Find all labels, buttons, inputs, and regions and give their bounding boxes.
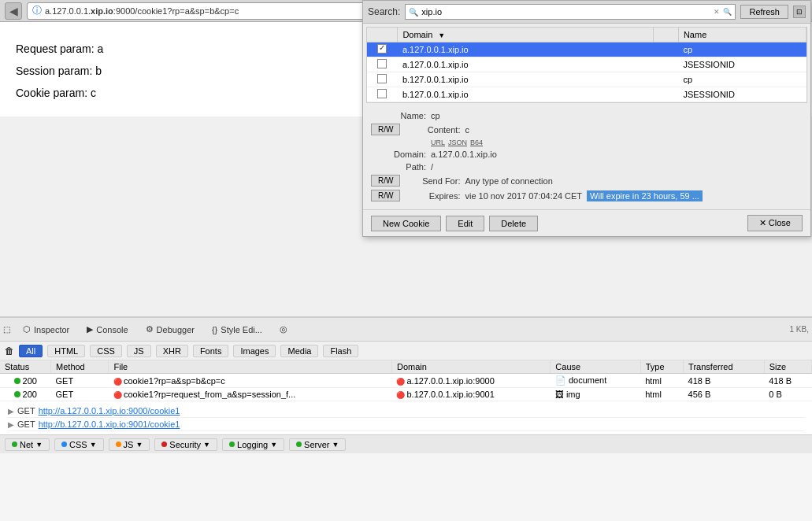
bottom-bar: Net ▼ CSS ▼ JS ▼ Security ▼ Logging ▼ Se… <box>0 434 812 453</box>
delete-button[interactable]: Delete <box>489 216 538 231</box>
table-row[interactable]: 200 GET 🔴cookie1?rp=request_from_a&sp=se… <box>0 388 812 401</box>
cause-icon: 📄 <box>555 375 566 385</box>
table-row[interactable]: a.127.0.0.1.xip.io JSESSIONID <box>367 57 806 72</box>
search-clear-icon[interactable]: ✕ <box>714 8 720 16</box>
col-size: Size <box>764 360 811 374</box>
filter-xhr-button[interactable]: XHR <box>156 345 188 357</box>
search-icon: 🔍 <box>409 8 418 17</box>
send-for-value: Any type of connection <box>465 176 552 186</box>
performance-button[interactable]: ◎ <box>272 319 295 341</box>
table-row[interactable]: a.127.0.0.1.xip.io cp <box>367 42 806 57</box>
url-label[interactable]: URL <box>431 139 445 146</box>
search-input[interactable] <box>421 7 710 17</box>
method-cell: GET <box>51 388 109 401</box>
inspector-icon: ⬡ <box>23 324 31 334</box>
col-header-expand <box>653 28 678 42</box>
css-filter-button[interactable]: CSS ▼ <box>54 438 104 451</box>
console-link-2[interactable]: http://b.127.0.0.1.xip.io:9001/cookie1 <box>39 419 180 429</box>
transferred-cell: 418 B <box>684 374 765 388</box>
status-dot-green <box>14 378 20 384</box>
filter-js-button[interactable]: JS <box>127 345 151 357</box>
checkbox-unchecked[interactable] <box>377 74 387 83</box>
devtools-toolbar: ⬚ ⬡ Inspector ▶ Console ⚙ Debugger {} St… <box>0 318 812 342</box>
file-icon-red: 🔴 <box>113 378 122 386</box>
performance-icon: ◎ <box>280 324 287 334</box>
filter-css-button[interactable]: CSS <box>90 345 122 357</box>
filter-all-button[interactable]: All <box>19 345 43 357</box>
new-cookie-button[interactable]: New Cookie <box>371 216 441 231</box>
security-arrow: ▼ <box>203 441 210 449</box>
content-label: Content: <box>405 125 460 135</box>
devtools-toggle[interactable]: ⬚ <box>3 325 10 334</box>
rw-button-content[interactable]: R/W <box>371 124 400 135</box>
style-editor-button[interactable]: {} Style Edi... <box>204 319 270 341</box>
console-link-1[interactable]: http://a.127.0.0.1.xip.io:9000/cookie1 <box>39 406 180 416</box>
filter-flash-button[interactable]: Flash <box>323 345 358 357</box>
checkbox-unchecked[interactable] <box>377 59 387 68</box>
table-row[interactable]: 200 GET 🔴cookie1?rp=a&sp=b&cp=c 🔴a.127.0… <box>0 374 812 388</box>
col-status: Status <box>0 360 51 374</box>
table-row[interactable]: b.127.0.0.1.xip.io JSESSIONID <box>367 87 806 102</box>
server-filter-button[interactable]: Server ▼ <box>289 438 346 451</box>
filter-fonts-button[interactable]: Fonts <box>193 345 229 357</box>
checkbox-checked[interactable] <box>377 44 387 54</box>
close-button[interactable]: ✕ Close <box>747 215 803 231</box>
filter-html-button[interactable]: HTML <box>47 345 85 357</box>
debugger-label: Debugger <box>157 325 195 334</box>
size-info: 1 KB, <box>790 325 809 334</box>
rw-button-expires[interactable]: R/W <box>371 190 400 201</box>
console-get-2: GET <box>17 419 35 429</box>
search-go-icon[interactable]: 🔍 <box>723 8 732 16</box>
console-area: ▶ GET http://a.127.0.0.1.xip.io:9000/coo… <box>0 401 812 434</box>
size-cell: 0 B <box>764 388 811 401</box>
info-icon: ⓘ <box>32 4 42 17</box>
maximize-icon[interactable]: ⊡ <box>793 6 806 18</box>
checkbox-unchecked[interactable] <box>377 89 387 98</box>
domain-icon-red: 🔴 <box>396 378 405 386</box>
security-filter-button[interactable]: Security ▼ <box>154 438 217 451</box>
sort-arrow-domain: ▼ <box>438 31 445 39</box>
console-arrow-icon: ▶ <box>8 407 14 416</box>
domain-icon-red: 🔴 <box>396 391 405 399</box>
js-filter-button[interactable]: JS ▼ <box>109 438 150 451</box>
back-button[interactable]: ◀ <box>5 2 22 20</box>
debugger-button[interactable]: ⚙ Debugger <box>138 319 202 341</box>
net-filter-button[interactable]: Net ▼ <box>5 438 50 451</box>
transferred-cell: 456 B <box>684 388 765 401</box>
inspector-label: Inspector <box>34 325 69 334</box>
col-file: File <box>109 360 391 374</box>
content-value: c <box>465 125 469 135</box>
refresh-button[interactable]: Refresh <box>740 5 788 19</box>
cookie-domain-cell: b.127.0.0.1.xip.io <box>398 72 653 87</box>
net-arrow: ▼ <box>35 441 43 449</box>
network-table-container: Status Method File Domain Cause Type Tra… <box>0 360 812 401</box>
console-button[interactable]: ▶ Console <box>79 319 135 341</box>
method-cell: GET <box>51 374 109 388</box>
logging-dot <box>229 442 235 447</box>
json-label[interactable]: JSON <box>448 139 467 146</box>
expires-value: vie 10 nov 2017 07:04:24 CET <box>465 191 582 201</box>
rw-button-send[interactable]: R/W <box>371 175 400 187</box>
b64-label[interactable]: B64 <box>470 139 483 146</box>
logging-filter-button[interactable]: Logging ▼ <box>222 438 284 451</box>
search-label: Search: <box>368 6 400 17</box>
filter-media-button[interactable]: Media <box>280 345 318 357</box>
size-cell: 418 B <box>764 374 811 388</box>
col-header-domain[interactable]: Domain ▼ <box>398 28 653 42</box>
type-cell: html <box>640 374 683 388</box>
edit-button[interactable]: Edit <box>446 216 484 231</box>
status-dot-green <box>14 391 20 397</box>
col-type: Type <box>640 360 683 374</box>
domain-value: a.127.0.0.1.xip.io <box>431 150 497 159</box>
cookie-panel: Search: 🔍 ✕ 🔍 Refresh ⊡ Domain ▼ Name <box>362 0 811 237</box>
console-get-1: GET <box>17 406 35 416</box>
clear-button[interactable]: 🗑 <box>5 345 14 357</box>
cookie-name-cell: cp <box>678 42 806 57</box>
cookie-expand-cell <box>653 87 678 102</box>
col-header-name[interactable]: Name <box>678 28 806 42</box>
col-domain: Domain <box>391 360 550 374</box>
table-row[interactable]: b.127.0.0.1.xip.io cp <box>367 72 806 87</box>
expires-label: Expires: <box>405 191 460 201</box>
inspector-button[interactable]: ⬡ Inspector <box>15 319 77 341</box>
filter-images-button[interactable]: Images <box>233 345 276 357</box>
